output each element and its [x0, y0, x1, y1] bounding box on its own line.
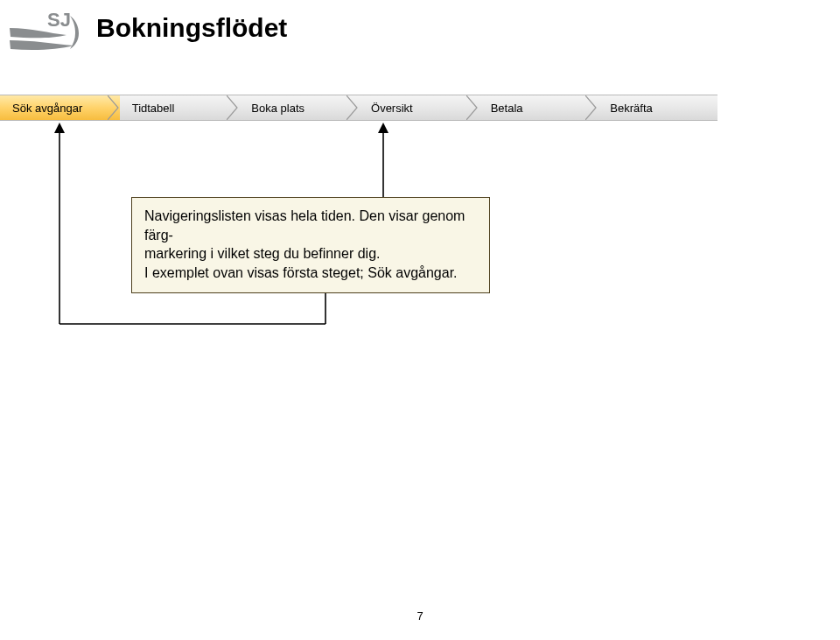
- nav-step-sok-avgangar[interactable]: Sök avgångar: [0, 95, 120, 120]
- chevron-right-icon: [466, 95, 479, 120]
- arrow-up-icon: [374, 123, 392, 197]
- booking-flow-nav: Sök avgångar Tidtabell Boka plats Översi…: [0, 95, 718, 121]
- chevron-right-icon: [108, 95, 120, 120]
- page-title: Bokningsflödet: [96, 13, 287, 43]
- page-number: 7: [0, 609, 840, 622]
- nav-step-betala[interactable]: Betala: [479, 95, 598, 120]
- nav-step-tidtabell[interactable]: Tidtabell: [120, 95, 240, 120]
- connector: [59, 197, 60, 324]
- chevron-right-icon: [585, 95, 598, 120]
- sj-logo: SJ: [5, 9, 93, 57]
- nav-step-label: Översikt: [371, 102, 413, 115]
- callout-text-line: markering i vilket steg du befinner dig.: [144, 244, 477, 264]
- nav-step-label: Boka plats: [251, 102, 304, 115]
- arrow-up-icon: [51, 123, 68, 197]
- nav-step-oversikt[interactable]: Översikt: [359, 95, 479, 120]
- nav-step-label: Tidtabell: [132, 102, 175, 115]
- callout-text-line: I exemplet ovan visas första steget; Sök…: [144, 264, 477, 283]
- nav-step-label: Bekräfta: [610, 102, 652, 115]
- nav-step-label: Betala: [491, 102, 523, 115]
- nav-step-label: Sök avgångar: [12, 102, 82, 115]
- callout-text-line: Navigeringslisten visas hela tiden. Den …: [144, 207, 477, 244]
- svg-marker-2: [54, 123, 65, 133]
- callout-box: Navigeringslisten visas hela tiden. Den …: [131, 197, 490, 293]
- chevron-right-icon: [227, 95, 239, 120]
- nav-step-bekrafta[interactable]: Bekräfta: [598, 95, 718, 120]
- svg-marker-4: [378, 123, 388, 133]
- svg-text:SJ: SJ: [47, 9, 71, 31]
- chevron-right-icon: [346, 95, 359, 120]
- nav-step-boka-plats[interactable]: Boka plats: [239, 95, 359, 120]
